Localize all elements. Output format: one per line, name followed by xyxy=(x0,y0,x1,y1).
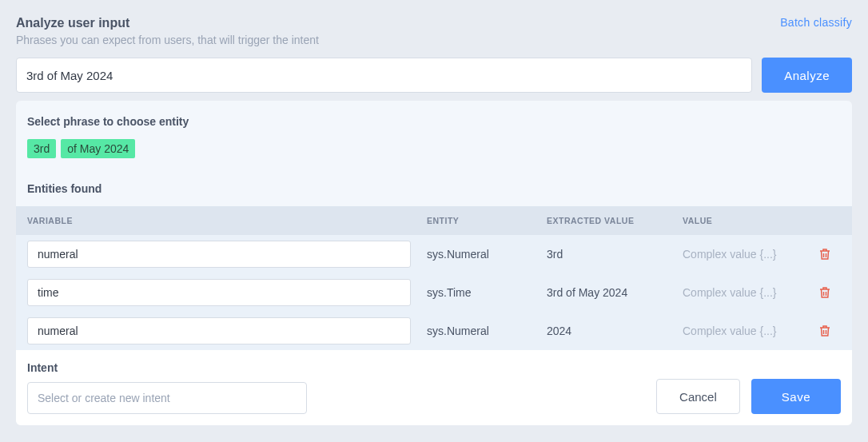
save-button[interactable]: Save xyxy=(751,379,841,414)
entities-found-label: Entities found xyxy=(16,182,852,195)
table-row: sys.Numeral 3rd Complex value {...} xyxy=(16,235,852,273)
table-row: sys.Numeral 2024 Complex value {...} xyxy=(16,312,852,350)
phrase-input[interactable] xyxy=(16,58,752,93)
col-header-variable: VARIABLE xyxy=(27,216,427,225)
entity-cell: sys.Numeral xyxy=(427,325,547,337)
extracted-value-cell: 3rd xyxy=(547,248,683,261)
batch-classify-link[interactable]: Batch classify xyxy=(780,16,852,29)
intent-select-input[interactable] xyxy=(27,382,307,414)
phrase-chip[interactable]: 3rd xyxy=(27,139,56,158)
table-header: VARIABLE ENTITY EXTRACTED VALUE VALUE xyxy=(16,206,852,235)
select-phrase-label: Select phrase to choose entity xyxy=(16,115,852,128)
entity-cell: sys.Numeral xyxy=(427,248,547,261)
extracted-value-cell: 2024 xyxy=(547,325,683,337)
trash-icon xyxy=(819,325,830,337)
col-header-value: VALUE xyxy=(683,216,809,225)
variable-input[interactable] xyxy=(27,317,411,344)
delete-row-button[interactable] xyxy=(809,325,841,337)
delete-row-button[interactable] xyxy=(809,248,841,261)
trash-icon xyxy=(819,248,830,261)
variable-input[interactable] xyxy=(27,279,411,306)
extracted-value-cell: 3rd of May 2024 xyxy=(547,286,683,299)
analyze-button[interactable]: Analyze xyxy=(762,58,852,93)
page-subtitle: Phrases you can expect from users, that … xyxy=(16,34,319,46)
col-header-entity: ENTITY xyxy=(427,216,547,225)
value-cell: Complex value {...} xyxy=(683,325,809,337)
trash-icon xyxy=(819,286,830,299)
delete-row-button[interactable] xyxy=(809,286,841,299)
cancel-button[interactable]: Cancel xyxy=(656,379,740,414)
value-cell: Complex value {...} xyxy=(683,286,809,299)
col-header-extracted: EXTRACTED VALUE xyxy=(547,216,683,225)
phrase-chip[interactable]: of May 2024 xyxy=(61,139,135,158)
variable-input[interactable] xyxy=(27,241,411,268)
intent-label: Intent xyxy=(27,361,307,374)
table-row: sys.Time 3rd of May 2024 Complex value {… xyxy=(16,273,852,312)
value-cell: Complex value {...} xyxy=(683,248,809,261)
results-panel: Select phrase to choose entity 3rd of Ma… xyxy=(16,101,852,425)
entity-cell: sys.Time xyxy=(427,286,547,299)
page-title: Analyze user input xyxy=(16,16,319,30)
